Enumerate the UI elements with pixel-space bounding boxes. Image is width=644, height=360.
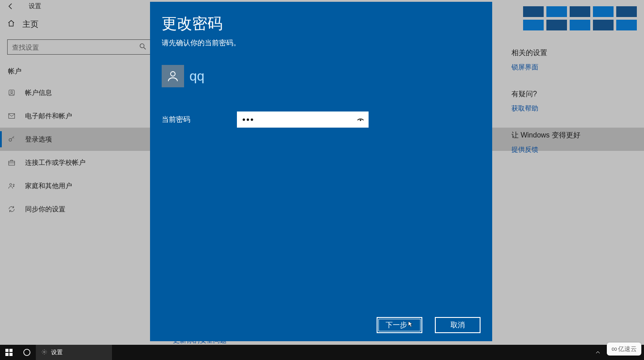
password-row: 当前密码	[162, 111, 481, 128]
password-label: 当前密码	[162, 115, 190, 124]
svg-point-14	[24, 349, 30, 356]
watermark-text: 亿速云	[618, 345, 637, 353]
start-button[interactable]	[0, 345, 18, 360]
taskbar-settings-app[interactable]: 设置	[36, 345, 112, 360]
svg-rect-12	[5, 353, 9, 356]
svg-rect-13	[9, 353, 13, 356]
cortana-button[interactable]	[18, 345, 36, 360]
svg-rect-10	[5, 349, 9, 352]
password-input[interactable]	[237, 111, 369, 128]
next-button-label: 下一步	[386, 321, 407, 330]
change-password-modal: 更改密码 请先确认你的当前密码。 qq 当前密码 下一步 取消	[150, 2, 492, 341]
password-field-wrap	[237, 111, 369, 128]
reveal-password-icon[interactable]	[355, 114, 366, 125]
taskbar: 设置 英	[0, 345, 644, 360]
svg-rect-11	[9, 349, 13, 352]
username: qq	[189, 69, 204, 84]
cancel-button-label: 取消	[451, 321, 465, 330]
cursor-icon	[408, 321, 413, 329]
taskbar-app-label: 设置	[51, 348, 63, 356]
svg-point-8	[171, 72, 175, 76]
avatar	[162, 65, 184, 87]
svg-point-9	[360, 120, 361, 121]
user-row: qq	[162, 65, 481, 87]
modal-buttons: 下一步 取消	[162, 317, 481, 333]
next-button[interactable]: 下一步	[377, 317, 422, 333]
watermark-icon: ∞	[611, 344, 615, 354]
cancel-button[interactable]: 取消	[435, 317, 481, 333]
modal-title: 更改密码	[162, 13, 481, 34]
gear-icon	[41, 349, 47, 356]
modal-subtitle: 请先确认你的当前密码。	[162, 39, 481, 48]
svg-point-15	[43, 351, 45, 353]
watermark: ∞ 亿速云	[607, 343, 641, 356]
tray-chevron-icon[interactable]	[595, 350, 601, 355]
